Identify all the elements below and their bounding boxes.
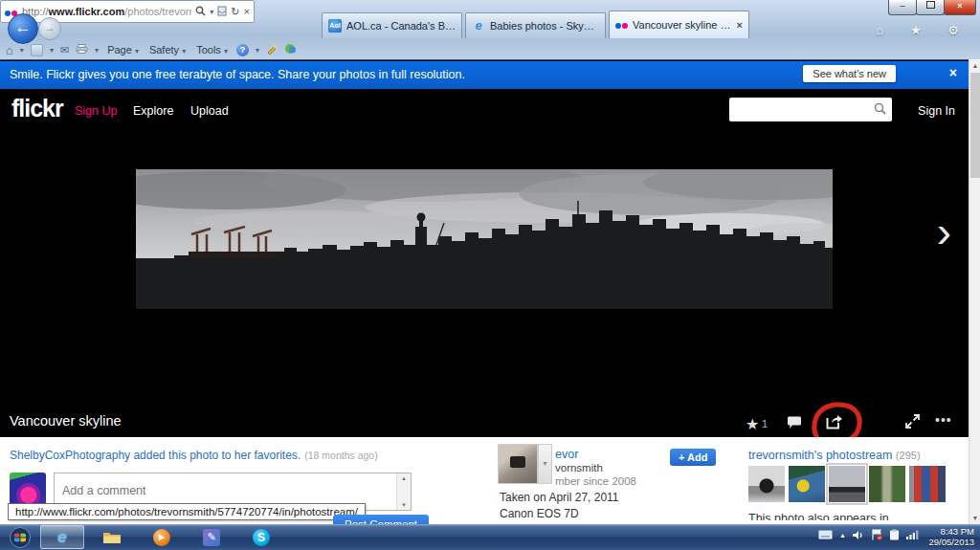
browser-forward-button[interactable]: →	[38, 17, 61, 40]
comment-box-scrollbar[interactable]: ▲ ▼	[396, 473, 411, 510]
thumbnail-forest-path[interactable]	[869, 466, 905, 502]
taskbar-explorer-button[interactable]	[90, 525, 134, 549]
scroll-up-icon[interactable]: ▲	[397, 475, 411, 481]
favorite-star-icon[interactable]: ★	[746, 415, 759, 433]
post-comment-button[interactable]: Post Comment	[333, 515, 429, 524]
action-center-flag-icon[interactable]	[871, 529, 882, 540]
owner-member-since: mber since 2008	[555, 475, 636, 487]
page-scrollbar[interactable]: ▲ ▼	[969, 59, 980, 524]
paint-app-icon: ✎	[203, 529, 220, 546]
feeds-icon[interactable]	[31, 44, 43, 56]
taskbar-clock[interactable]: 8:43 PM 29/05/2013	[928, 526, 974, 547]
ie-icon: e	[57, 528, 66, 547]
taskbar-paint-app-button[interactable]: ✎	[189, 525, 234, 549]
windows-taskbar: e ▶ ✎ S ▲ 8:43 PM 29/05/2013	[0, 524, 980, 550]
photo-title: Vancouver skyline	[10, 413, 122, 429]
system-tray: ▲	[818, 529, 919, 540]
scroll-up-icon[interactable]: ▲	[969, 59, 980, 72]
chevron-down-icon: ▼	[542, 460, 548, 467]
back-icon: ←	[15, 18, 32, 36]
photo-vancouver-skyline[interactable]	[136, 169, 833, 309]
thumbnail-skyline-current[interactable]	[829, 466, 865, 502]
next-photo-arrow[interactable]: ›	[937, 209, 951, 253]
quick-icons-home-star-gear[interactable]: ⌂ ★ ⚙	[877, 23, 970, 37]
home-icon[interactable]: ⌂	[6, 43, 13, 57]
browser-back-button[interactable]: ←	[8, 13, 38, 44]
clock-time: 8:43 PM	[928, 526, 974, 537]
thumbnail-person-by-water[interactable]	[789, 466, 825, 502]
photo-info-area: ShelbyCoxPhotography added this photo to…	[0, 437, 969, 524]
command-bar: ⌂▾ ▾ ✉ ▾ Page ▾ Safety ▾ Tools ▾ ?▾	[6, 41, 297, 58]
menu-tools[interactable]: Tools ▾	[194, 44, 230, 55]
appears-in-text-partial: This photo also appears in	[748, 512, 889, 520]
banner-close-icon[interactable]: ×	[949, 65, 957, 80]
photo-stage: › Vancouver skyline ★ 1 •••	[0, 131, 969, 437]
taskbar-skype-button[interactable]: S	[239, 525, 283, 549]
thumbnail-trains[interactable]	[909, 466, 946, 502]
search-dropdown-icon[interactable]: ▾	[210, 8, 213, 16]
clock-date: 29/05/2013	[928, 537, 974, 547]
scrollbar-thumb[interactable]	[970, 73, 980, 178]
status-bar-url-tooltip: http://www.flickr.com/photos/trevornsmit…	[8, 503, 366, 520]
camera-model-link[interactable]: Canon EOS 7D	[500, 507, 579, 520]
print-icon[interactable]	[76, 44, 88, 55]
stop-icon[interactable]: ×	[244, 6, 250, 17]
taskbar-media-player-button[interactable]: ▶	[140, 525, 184, 549]
forward-icon: →	[44, 21, 56, 34]
add-contact-button[interactable]: + Add	[670, 449, 716, 466]
addon-messenger-icon[interactable]	[284, 43, 297, 56]
nav-upload[interactable]: Upload	[190, 104, 229, 118]
see-whats-new-button[interactable]: See what's new	[803, 65, 896, 82]
menu-page[interactable]: Page ▾	[105, 44, 141, 55]
owner-avatar-dropdown[interactable]: ▼	[538, 444, 552, 484]
volume-icon[interactable]	[853, 530, 864, 540]
photostream-count: (295)	[896, 450, 921, 461]
language-keyboard-icon[interactable]	[818, 530, 833, 539]
tab-aol[interactable]: Aol AOL.ca - Canada's Breaking N...	[322, 12, 462, 38]
mail-icon[interactable]: ✉	[60, 44, 69, 56]
header-search-input[interactable]	[729, 98, 892, 121]
menu-safety[interactable]: Safety ▾	[147, 44, 188, 55]
nav-sign-up[interactable]: Sign Up	[75, 104, 117, 118]
window-restore-button[interactable]	[916, 0, 945, 15]
favoriter-link[interactable]: ShelbyCoxPhotography added this photo to…	[10, 449, 301, 462]
more-actions-icon[interactable]: •••	[935, 412, 952, 428]
photostream-link[interactable]: trevornsmith's photostream	[748, 449, 892, 462]
refresh-icon[interactable]: ↻	[231, 6, 239, 18]
skype-icon: S	[253, 529, 270, 546]
start-button[interactable]	[4, 525, 36, 549]
comment-icon[interactable]	[787, 416, 802, 429]
scroll-down-icon[interactable]: ▼	[397, 502, 411, 508]
nav-explore[interactable]: Explore	[133, 104, 173, 118]
address-bar[interactable]: http://www.flickr.com/photos/trevornsmit…	[0, 0, 255, 23]
clipboard-icon[interactable]	[889, 529, 900, 540]
show-hidden-icons[interactable]: ▲	[839, 532, 846, 539]
notice-message: Smile. Flickr gives you one free terabyt…	[10, 68, 465, 81]
network-signal-icon[interactable]	[906, 530, 919, 539]
sign-in-link[interactable]: Sign In	[918, 104, 955, 118]
flickr-header: flickr Sign Up Explore Upload Sign In	[0, 89, 969, 131]
window-close-button[interactable]: ×	[944, 0, 976, 15]
thumbnail-viewer[interactable]	[748, 466, 785, 502]
photostream-title: trevornsmith's photostream (295)	[748, 449, 921, 462]
url-text: http://www.flickr.com/photos/trevornsmit…	[22, 6, 191, 17]
window-minimize-button[interactable]: –	[888, 0, 917, 15]
flickr-notice-banner: Smile. Flickr gives you one free terabyt…	[0, 61, 969, 89]
tab-flickr-active[interactable]: Vancouver skyline | Flickr - ... ×	[609, 11, 749, 38]
scroll-down-icon[interactable]: ▼	[969, 512, 980, 524]
flickr-favicon	[615, 19, 628, 31]
owner-avatar[interactable]	[498, 444, 538, 484]
search-icon[interactable]	[195, 6, 206, 18]
activity-line: ShelbyCoxPhotography added this photo to…	[10, 449, 378, 462]
aol-favicon: Aol	[328, 19, 342, 33]
compatibility-view-icon[interactable]	[217, 6, 227, 18]
taken-date: Taken on April 27, 2011	[500, 491, 619, 504]
owner-name-link[interactable]: evor	[555, 448, 578, 461]
addon-pen-icon[interactable]	[266, 43, 278, 56]
help-icon[interactable]: ?	[236, 44, 249, 56]
taskbar-ie-button[interactable]: e	[40, 525, 84, 549]
fullscreen-icon[interactable]	[905, 414, 920, 429]
flickr-logo[interactable]: flickr	[11, 95, 63, 122]
tab-close-icon[interactable]: ×	[737, 19, 743, 31]
tab-skyscrapercity[interactable]: e Babies photos - SkyscraperCity	[465, 12, 606, 38]
